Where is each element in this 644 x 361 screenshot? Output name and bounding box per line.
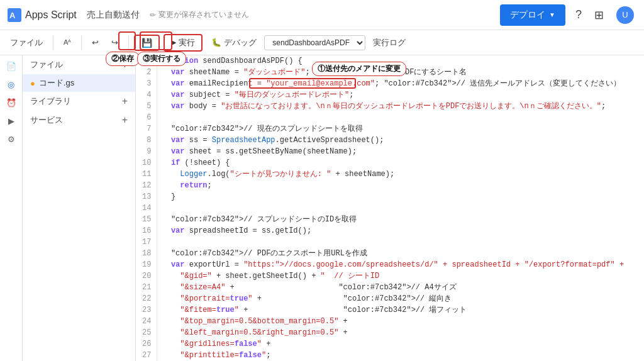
code-line-26: 26 "&gridlines=false" +	[136, 338, 644, 350]
topbar-left: A Apps Script 売上自動送付 ✏ 変更が保存されていません	[8, 8, 249, 22]
line-code: "&size=A4" + "color:#7cb342">// A4サイズ	[157, 282, 644, 293]
play-icon: ▶	[171, 38, 176, 47]
help-button[interactable]: ?	[573, 6, 584, 24]
line-number: 6	[136, 112, 157, 123]
deploy-button[interactable]: デプロイ ▼	[500, 4, 565, 26]
line-code: return;	[157, 180, 644, 191]
line-code	[157, 236, 644, 248]
line-code: var body = "お世話になっております。\nｎ毎日のダッシュボードレポー…	[157, 101, 644, 112]
add-file-button[interactable]: +	[122, 59, 128, 70]
line-number: 15	[136, 214, 157, 225]
svg-text:A: A	[9, 11, 16, 20]
toolbar: ファイル Aᴬ ↩ ↪ 💾 ▶ 実行 🐛 デバッグ sendDashboardA…	[0, 30, 644, 55]
line-code: var emailRecipient = "your_email@example…	[157, 78, 644, 89]
project-name-label: 売上自動送付	[87, 9, 140, 21]
nav-icon-triggers[interactable]: ⏰	[3, 94, 20, 111]
line-code: "&gridlines=false" +	[157, 338, 644, 350]
libraries-header: ライブラリ +	[23, 92, 135, 111]
line-number: 16	[136, 225, 157, 236]
toolbar-left: ファイル Aᴬ ↩ ↪ 💾 ▶ 実行 🐛 デバッグ sendDashboardA…	[5, 34, 411, 52]
run-button[interactable]: ▶ 実行	[164, 34, 203, 52]
line-number: 4	[136, 89, 157, 101]
code-line-27: 27 "&printtitle=false";	[136, 350, 644, 361]
code-line-6: 6	[136, 112, 644, 123]
line-number: 12	[136, 180, 157, 191]
line-number: 24	[136, 316, 157, 327]
line-number: 11	[136, 169, 157, 180]
line-code: "&fitem=true" + "color:#7cb342">// 場フィット	[157, 304, 644, 316]
toolbar-divider2	[81, 35, 82, 50]
line-code: var ss = SpreadsheetApp.getActiveSpreads…	[157, 135, 644, 146]
line-code: "color:#7cb342">// スプレッドシートのIDを取得	[157, 214, 644, 225]
app-logo: A Apps Script	[8, 8, 77, 22]
line-number: 9	[136, 146, 157, 157]
line-code: "&printtitle=false";	[157, 350, 644, 361]
line-number: 1	[136, 55, 157, 67]
line-number: 20	[136, 270, 157, 282]
line-number: 10	[136, 157, 157, 169]
save-icon: 💾	[142, 38, 152, 48]
code-line-2: 2 var sheetName = "ダッシュボード"; "color:#7cb…	[136, 67, 644, 78]
line-number: 22	[136, 293, 157, 304]
line-code	[157, 203, 644, 214]
nav-icon-settings[interactable]: ⚙	[4, 131, 19, 148]
line-number: 18	[136, 248, 157, 259]
line-number: 26	[136, 338, 157, 350]
log-button[interactable]: 実行ログ	[368, 35, 411, 51]
redo-button[interactable]: ↪	[106, 35, 123, 50]
line-code: "color:#7cb342">// PDFのエクスポート用URLを作成	[157, 248, 644, 259]
code-line-24: 24 "&top_margin=0.5&bottom_margin=0.5" +	[136, 316, 644, 327]
toolbar-divider3	[128, 35, 129, 50]
sidebar-icons: 📄 ◎ ⏰ ▶ ⚙	[0, 55, 23, 361]
unsaved-status: ✏ 変更が保存されていません	[150, 9, 249, 20]
line-number: 21	[136, 282, 157, 293]
avatar: U	[616, 6, 634, 24]
code-line-9: 9 var sheet = ss.getSheetByName(sheetNam…	[136, 146, 644, 157]
code-line-18: 18 "color:#7cb342">// PDFのエクスポート用URLを作成	[136, 248, 644, 259]
main-content: 📄 ◎ ⏰ ▶ ⚙ ファイル + ● コード.gs ライブラリ + サービス +	[0, 55, 644, 361]
line-code: "&top_margin=0.5&bottom_margin=0.5" +	[157, 316, 644, 327]
apps-script-logo-icon: A	[8, 8, 21, 22]
code-line-7: 7 "color:#7cb342">// 現在のスプレッドシートを取得	[136, 123, 644, 135]
bug-icon: 🐛	[211, 38, 221, 47]
save-button[interactable]: 💾	[134, 35, 160, 51]
nav-icon-run[interactable]: ▶	[4, 113, 18, 130]
code-line-21: 21 "&size=A4" + "color:#7cb342">// A4サイズ	[136, 282, 644, 293]
undo-button[interactable]: ↩	[87, 35, 104, 50]
line-code: var sheetName = "ダッシュボード"; "color:#7cb34…	[157, 67, 644, 78]
line-code: Logger.log("シートが見つかりません: " + sheetName);	[157, 169, 644, 180]
nav-icon-files[interactable]: 📄	[3, 58, 20, 75]
file-item-code[interactable]: ● コード.gs	[23, 74, 135, 92]
line-code: function sendDashboardAsPDF() {	[157, 55, 644, 67]
line-code: }	[157, 191, 644, 203]
line-code: if (!sheet) {	[157, 157, 644, 169]
line-code: var sheet = ss.getSheetByName(sheetName)…	[157, 146, 644, 157]
code-line-11: 11 Logger.log("シートが見つかりません: " + sheetNam…	[136, 169, 644, 180]
chevron-down-icon: ▼	[549, 11, 555, 18]
code-line-14: 14	[136, 203, 644, 214]
files-header: ファイル +	[23, 55, 135, 74]
gs-file-icon: ●	[30, 79, 35, 88]
app-name-label: Apps Script	[25, 9, 77, 21]
line-number: 8	[136, 135, 157, 146]
code-editor[interactable]: ①送付先のメアドに変更 1function sendDashboardAsPDF…	[136, 55, 644, 361]
grid-button[interactable]: ⊞	[592, 6, 606, 25]
line-number: 7	[136, 123, 157, 135]
nav-icon-code[interactable]: ◎	[4, 76, 18, 93]
avatar-button[interactable]: U	[614, 4, 636, 26]
add-service-button[interactable]: +	[122, 114, 128, 126]
debug-button[interactable]: 🐛 デバッグ	[206, 35, 262, 51]
line-code: var exportUrl = "https:">//docs.google.c…	[157, 259, 644, 270]
sidebar: ファイル + ● コード.gs ライブラリ + サービス +	[23, 55, 136, 361]
add-library-button[interactable]: +	[122, 96, 128, 107]
font-size-button[interactable]: Aᴬ	[58, 36, 76, 49]
code-line-20: 20 "&gid=" + sheet.getSheetId() + " // シ…	[136, 270, 644, 282]
line-code: "&portrait=true" + "color:#7cb342">// 縦向…	[157, 293, 644, 304]
line-code: var subject = "毎日のダッシュボードレポート";	[157, 89, 644, 101]
line-number: 19	[136, 259, 157, 270]
code-line-23: 23 "&fitem=true" + "color:#7cb342">// 場フ…	[136, 304, 644, 316]
code-line-4: 4 var subject = "毎日のダッシュボードレポート";	[136, 89, 644, 101]
file-menu-button[interactable]: ファイル	[5, 35, 48, 51]
function-select[interactable]: sendDashboardAsPDF	[264, 35, 365, 50]
services-header: サービス +	[23, 111, 135, 130]
